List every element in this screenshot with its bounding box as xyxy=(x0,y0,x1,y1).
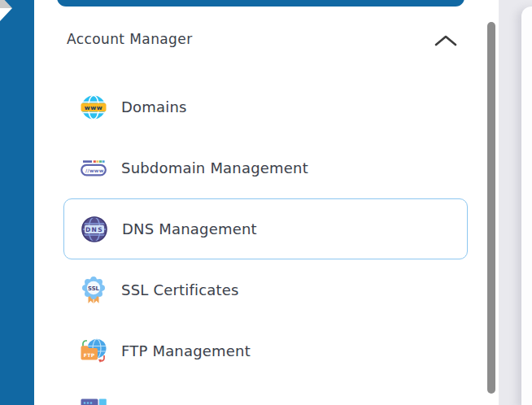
svg-text:SSL: SSL xyxy=(88,285,99,291)
menu-item-label: FTP Management xyxy=(121,342,251,359)
menu-item-label: Subdomain Management xyxy=(121,159,308,176)
browser-subdomain-icon: //www. xyxy=(79,154,108,183)
top-pill-fragment xyxy=(57,0,464,7)
ftp-folder-icon: FTP xyxy=(79,337,108,366)
menu-item-subdomain-management[interactable]: //www. Subdomain Management xyxy=(63,137,468,198)
menu-item-ftp-management[interactable]: FTP FTP Management xyxy=(63,320,468,381)
chevron-up-icon xyxy=(434,34,457,47)
section-collapse-button[interactable] xyxy=(434,34,457,47)
section-title: Account Manager xyxy=(67,31,193,47)
svg-text:www: www xyxy=(85,103,103,111)
svg-text:DNS: DNS xyxy=(85,225,103,233)
menu-item-label: Domains xyxy=(121,98,187,115)
main-content-panel-edge xyxy=(521,7,532,405)
ssl-badge-icon: SSL xyxy=(79,276,108,305)
server-icon xyxy=(79,398,108,405)
sidebar-rail xyxy=(0,0,34,405)
chevron-right-icon xyxy=(0,0,16,23)
sidebar-collapse-toggle[interactable] xyxy=(0,0,16,23)
svg-text://www.: //www. xyxy=(85,167,106,172)
svg-text:FTP: FTP xyxy=(84,351,95,357)
menu-item-label: DNS Management xyxy=(122,220,257,237)
scrollbar-thumb[interactable] xyxy=(487,22,495,394)
globe-www-icon: www xyxy=(79,93,108,122)
menu-item-dns-management[interactable]: DNS DNS Management xyxy=(63,198,468,259)
menu-item-domains[interactable]: www Domains xyxy=(63,76,468,137)
menu-item-partial[interactable] xyxy=(63,381,468,405)
dns-globe-icon: DNS xyxy=(80,215,109,244)
menu-item-ssl-certificates[interactable]: SSL SSL Certificates xyxy=(63,259,468,320)
menu-item-label: SSL Certificates xyxy=(121,281,239,298)
